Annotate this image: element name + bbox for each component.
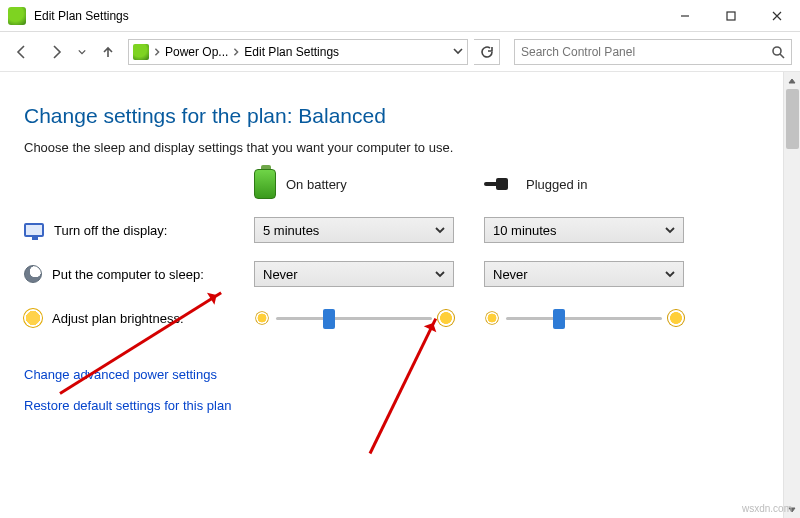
chevron-down-icon — [435, 269, 445, 279]
close-button[interactable] — [754, 0, 800, 31]
chevron-right-icon — [232, 45, 240, 59]
sleep-plugged-dropdown[interactable]: Never — [484, 261, 684, 287]
breadcrumb-parent[interactable]: Power Op... — [165, 45, 228, 59]
chevron-right-icon — [153, 45, 161, 59]
search-input[interactable] — [521, 45, 771, 59]
row-label-sleep: Put the computer to sleep: — [24, 265, 254, 283]
page-description: Choose the sleep and display settings th… — [24, 140, 776, 155]
chevron-down-icon — [435, 225, 445, 235]
breadcrumb-current[interactable]: Edit Plan Settings — [244, 45, 339, 59]
row-label-display-text: Turn off the display: — [54, 223, 167, 238]
annotation-arrow — [369, 318, 437, 454]
forward-button[interactable] — [42, 38, 70, 66]
sun-dim-icon — [486, 312, 498, 324]
brightness-plugged-slider[interactable] — [484, 305, 684, 331]
back-button[interactable] — [8, 38, 36, 66]
column-header-plugged: Plugged in — [484, 176, 684, 192]
display-plugged-value: 10 minutes — [493, 223, 557, 238]
sleep-battery-dropdown[interactable]: Never — [254, 261, 454, 287]
history-dropdown[interactable] — [76, 38, 88, 66]
plug-icon — [484, 176, 516, 192]
display-icon — [24, 223, 44, 237]
vertical-scrollbar[interactable] — [783, 72, 800, 518]
page-title: Change settings for the plan: Balanced — [24, 104, 776, 128]
sleep-plugged-value: Never — [493, 267, 528, 282]
sun-dim-icon — [256, 312, 268, 324]
navigation-toolbar: Power Op... Edit Plan Settings — [0, 32, 800, 72]
column-header-battery: On battery — [254, 169, 454, 199]
minimize-button[interactable] — [662, 0, 708, 31]
row-label-brightness-text: Adjust plan brightness: — [52, 311, 184, 326]
scroll-thumb[interactable] — [786, 89, 799, 149]
scroll-up-button[interactable] — [784, 72, 800, 89]
title-bar: Edit Plan Settings — [0, 0, 800, 32]
svg-point-1 — [773, 47, 781, 55]
sun-bright-icon — [668, 310, 684, 326]
content-area: Change settings for the plan: Balanced C… — [0, 72, 800, 518]
address-history-dropdown[interactable] — [453, 45, 463, 59]
up-button[interactable] — [94, 38, 122, 66]
brightness-battery-slider[interactable] — [254, 305, 454, 331]
moon-icon — [24, 265, 42, 283]
battery-icon — [254, 169, 276, 199]
search-icon — [771, 45, 785, 59]
display-plugged-dropdown[interactable]: 10 minutes — [484, 217, 684, 243]
row-label-sleep-text: Put the computer to sleep: — [52, 267, 204, 282]
column-header-plugged-label: Plugged in — [526, 177, 587, 192]
link-advanced-settings[interactable]: Change advanced power settings — [24, 367, 776, 382]
watermark: wsxdn.com — [742, 503, 792, 514]
sleep-battery-value: Never — [263, 267, 298, 282]
column-header-battery-label: On battery — [286, 177, 347, 192]
sun-icon — [24, 309, 42, 327]
app-icon — [8, 7, 26, 25]
search-box[interactable] — [514, 39, 792, 65]
refresh-button[interactable] — [474, 39, 500, 65]
link-restore-defaults[interactable]: Restore default settings for this plan — [24, 398, 776, 413]
row-label-display: Turn off the display: — [24, 223, 254, 238]
address-icon — [133, 44, 149, 60]
row-label-brightness: Adjust plan brightness: — [24, 309, 254, 327]
chevron-down-icon — [665, 269, 675, 279]
address-bar[interactable]: Power Op... Edit Plan Settings — [128, 39, 468, 65]
window-title: Edit Plan Settings — [34, 9, 662, 23]
display-battery-value: 5 minutes — [263, 223, 319, 238]
svg-rect-0 — [727, 12, 735, 20]
chevron-down-icon — [665, 225, 675, 235]
maximize-button[interactable] — [708, 0, 754, 31]
display-battery-dropdown[interactable]: 5 minutes — [254, 217, 454, 243]
